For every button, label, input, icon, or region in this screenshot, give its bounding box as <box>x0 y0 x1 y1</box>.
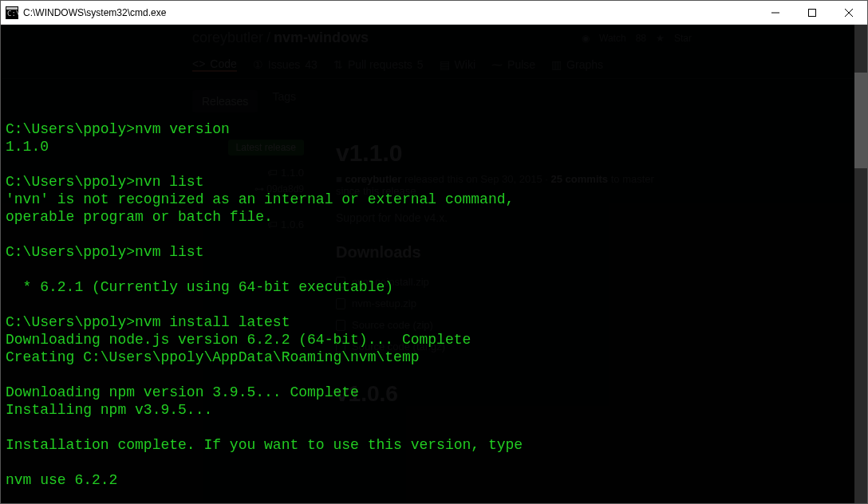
terminal-line: Creating C:\Users\ppoly\AppData\Roaming\… <box>6 348 862 366</box>
window-title: C:\WINDOWS\system32\cmd.exe <box>23 7 166 18</box>
cmd-window: C:\ C:\WINDOWS\system32\cmd.exe coreybut… <box>0 0 868 504</box>
terminal-line: Downloading node.js version 6.2.2 (64-bi… <box>6 331 862 348</box>
terminal-line <box>6 156 862 173</box>
terminal-line <box>6 454 862 471</box>
terminal-line: * 6.2.1 (Currently using 64-bit executab… <box>6 278 862 296</box>
close-button[interactable] <box>831 1 867 25</box>
titlebar[interactable]: C:\ C:\WINDOWS\system32\cmd.exe <box>1 1 867 25</box>
terminal-line <box>6 261 862 278</box>
terminal-line: Downloading npm version 3.9.5... Complet… <box>6 384 862 401</box>
terminal-line: nvm use 6.2.2 <box>6 471 862 489</box>
terminal-line <box>6 419 862 436</box>
terminal-line: C:\Users\ppoly>nvn list <box>6 173 862 191</box>
terminal-line <box>6 366 862 384</box>
vertical-scrollbar[interactable] <box>854 25 867 503</box>
svg-text:C:\: C:\ <box>7 10 18 18</box>
minimize-button[interactable] <box>757 1 794 25</box>
terminal-line: Installation complete. If you want to us… <box>6 436 862 454</box>
terminal-area: coreybutler / nvm-windows ◉ Watch 88 ★ S… <box>1 25 867 503</box>
scrollbar-thumb[interactable] <box>854 73 867 168</box>
terminal-line: C:\Users\ppoly>nvm install latest <box>6 313 862 331</box>
terminal-line <box>6 489 862 503</box>
terminal-line: 'nvn' is not recognized as an internal o… <box>6 191 862 208</box>
cmd-icon: C:\ <box>6 6 18 19</box>
maximize-button[interactable] <box>794 1 831 25</box>
svg-rect-4 <box>809 9 816 16</box>
terminal-line: C:\Users\ppoly>nvm version <box>6 120 862 138</box>
terminal-line: operable program or batch file. <box>6 208 862 226</box>
terminal-output[interactable]: C:\Users\ppoly>nvm version1.1.0 C:\Users… <box>1 25 867 503</box>
terminal-line: Installing npm v3.9.5... <box>6 401 862 419</box>
terminal-line: C:\Users\ppoly>nvm list <box>6 243 862 261</box>
terminal-line <box>6 103 862 120</box>
terminal-line: 1.1.0 <box>6 138 862 156</box>
terminal-line <box>6 296 862 313</box>
terminal-line <box>6 226 862 243</box>
